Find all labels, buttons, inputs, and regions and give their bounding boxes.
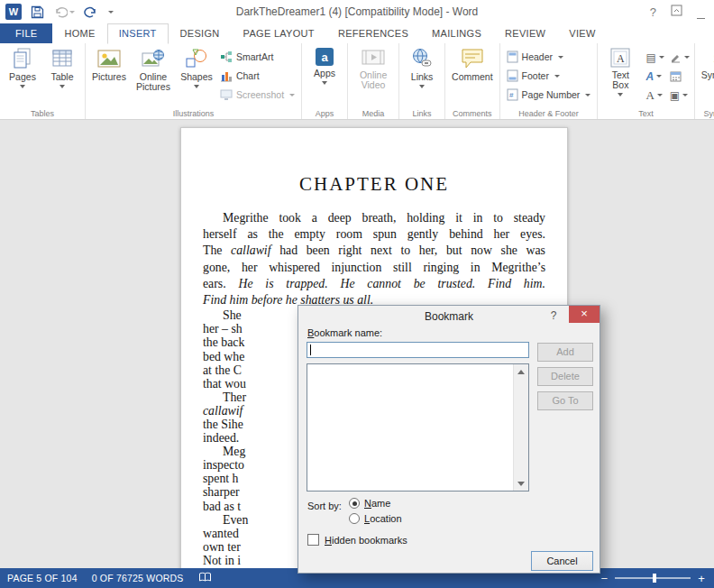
ribbon-display-options-button[interactable] — [671, 4, 682, 20]
tab-page-layout[interactable]: PAGE LAYOUT — [232, 23, 326, 43]
help-button[interactable]: ? — [650, 5, 656, 19]
page-indicator[interactable]: PAGE 5 OF 104 — [7, 573, 78, 583]
cancel-button[interactable]: Cancel — [531, 551, 593, 571]
quick-parts-button[interactable]: ▤ — [644, 48, 665, 67]
comment-button[interactable]: Comment — [448, 44, 497, 82]
tab-references[interactable]: REFERENCES — [326, 23, 420, 43]
dropdown-arrow-icon — [657, 94, 663, 96]
dropdown-arrow-icon — [289, 94, 295, 96]
sort-name-radio[interactable]: Name — [349, 498, 390, 509]
chart-button[interactable]: Chart — [216, 67, 298, 85]
bookmark-dialog: Bookmark ? × Bookmark name: Add Delete G… — [298, 305, 600, 574]
group-symbols: Ω Symbols Symbols — [695, 43, 714, 119]
online-pictures-icon — [142, 48, 165, 69]
window-controls: ? — [650, 4, 709, 20]
save-button[interactable] — [31, 5, 44, 19]
tab-home[interactable]: HOME — [52, 23, 106, 43]
undo-button[interactable] — [53, 5, 75, 18]
group-text: A Text Box ▤ A — [598, 43, 694, 119]
header-icon — [507, 51, 518, 63]
pictures-button[interactable]: Pictures — [88, 44, 130, 82]
dropdown-arrow-icon — [194, 85, 199, 88]
bookmark-name-input[interactable] — [307, 342, 529, 358]
zoom-in-button[interactable]: + — [698, 573, 705, 584]
pages-icon — [13, 48, 32, 69]
smartart-button[interactable]: SmartArt — [216, 48, 298, 66]
shapes-button[interactable]: Shapes — [177, 44, 216, 88]
go-to-button[interactable]: Go To — [537, 391, 593, 410]
word-logo-icon[interactable]: W — [5, 4, 22, 20]
delete-button[interactable]: Delete — [537, 367, 593, 386]
object-button[interactable]: ▣ — [668, 86, 691, 105]
qat-customize-button[interactable] — [106, 11, 114, 14]
zoom-slider[interactable] — [615, 577, 691, 579]
dropdown-arrow-icon — [60, 85, 65, 88]
quick-parts-icon: ▤ — [645, 51, 655, 64]
document-line: Megrithe took a deep breath, holding it … — [203, 210, 545, 226]
dialog-help-button[interactable]: ? — [545, 309, 562, 322]
redo-button[interactable] — [84, 5, 97, 18]
scroll-up-button[interactable] — [514, 364, 528, 379]
screenshot-button[interactable]: Screenshot — [216, 86, 298, 104]
table-button[interactable]: Table — [42, 44, 82, 88]
dropdown-arrow-icon — [659, 56, 664, 59]
table-label: Table — [50, 72, 73, 82]
word-window: W DarkTheDreamer1 (4) [Compatibility Mod… — [0, 0, 714, 588]
header-label: Header — [522, 51, 553, 62]
minimize-button[interactable] — [697, 4, 705, 20]
links-button[interactable]: Links — [402, 44, 442, 88]
zoom-out-button[interactable]: − — [600, 573, 608, 584]
quick-access-toolbar: W — [5, 4, 114, 20]
scroll-down-button[interactable] — [514, 476, 528, 491]
text-box-button[interactable]: A Text Box — [600, 44, 640, 96]
online-pictures-button[interactable]: Online Pictures — [130, 44, 177, 92]
dropdown-arrow-icon — [558, 56, 563, 59]
pages-button[interactable]: Pages — [3, 44, 42, 88]
tab-file[interactable]: FILE — [0, 23, 52, 43]
word-count[interactable]: 0 OF 76725 WORDS — [92, 573, 184, 583]
svg-text:A: A — [617, 52, 625, 65]
sort-by-label: Sort by: — [307, 501, 342, 511]
dropdown-arrow-icon — [554, 75, 560, 78]
footer-icon — [507, 69, 518, 82]
date-time-button[interactable] — [668, 67, 691, 86]
drop-cap-button[interactable]: A — [644, 86, 665, 105]
pictures-icon — [97, 48, 121, 69]
online-video-button[interactable]: Online Video — [351, 44, 396, 90]
sort-name-label: Name — [364, 498, 390, 509]
proofing-status-button[interactable] — [198, 572, 212, 584]
proofing-book-icon — [198, 572, 212, 583]
wordart-button[interactable]: A — [644, 67, 665, 86]
page-number-button[interactable]: # Page Number — [503, 86, 595, 104]
group-comments: Comment Comments — [445, 43, 500, 119]
add-button[interactable]: Add — [537, 343, 593, 362]
links-icon — [411, 48, 433, 69]
tab-insert[interactable]: INSERT — [107, 23, 169, 44]
hidden-bookmarks-checkbox[interactable]: Hidden bookmarks — [307, 534, 407, 546]
checkbox-icon — [307, 534, 319, 546]
tab-design[interactable]: DESIGN — [169, 23, 232, 43]
zoom-slider-thumb[interactable] — [653, 574, 656, 583]
dialog-title-bar[interactable]: Bookmark ? × — [298, 306, 600, 326]
bookmark-list[interactable] — [307, 363, 529, 492]
ribbon: Pages Table Tables Pictures — [0, 43, 714, 120]
tab-mailings[interactable]: MAILINGS — [420, 23, 493, 43]
sort-location-label: Location — [364, 513, 402, 524]
save-icon — [31, 5, 44, 19]
header-button[interactable]: Header — [503, 48, 595, 66]
dropdown-arrow-icon — [682, 94, 688, 96]
text-caret — [310, 345, 311, 355]
group-label-links: Links — [399, 109, 444, 118]
apps-icon: a — [316, 48, 334, 66]
tab-review[interactable]: REVIEW — [493, 23, 557, 43]
symbols-button[interactable]: Ω Symbols — [698, 44, 714, 87]
tab-view[interactable]: VIEW — [557, 23, 607, 43]
sort-location-radio[interactable]: Location — [349, 513, 402, 524]
svg-text:#: # — [509, 91, 514, 99]
apps-button[interactable]: a Apps — [305, 44, 344, 85]
signature-line-button[interactable] — [668, 48, 691, 67]
dialog-close-button[interactable]: × — [569, 306, 600, 323]
footer-button[interactable]: Footer — [503, 67, 595, 85]
list-scrollbar[interactable] — [513, 364, 528, 491]
group-label-header-footer: Header & Footer — [500, 109, 598, 118]
